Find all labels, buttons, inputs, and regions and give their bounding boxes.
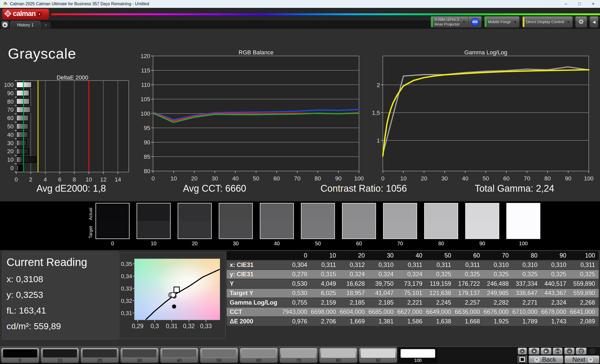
continuous-measure-button[interactable]: ∞	[564, 348, 575, 355]
svg-text:60: 60	[503, 175, 509, 182]
table-cell: 0,755	[282, 299, 311, 306]
swatch-target-80	[425, 221, 458, 238]
pattern-button-label: 100	[399, 358, 437, 363]
swatch-actual-target-30	[219, 203, 253, 239]
infinity-icon: ∞	[567, 348, 572, 354]
pattern-button-100[interactable]: 100	[399, 348, 437, 363]
table-cell: 2,221	[397, 299, 426, 306]
calman-menu-button[interactable]: calman ▼	[2, 9, 49, 20]
page-title: Grayscale	[8, 45, 76, 62]
pattern-button-10[interactable]: 10	[41, 348, 79, 363]
table-cell: 7943,000	[282, 309, 311, 316]
table-cell: 1,381	[368, 318, 397, 325]
minimize-button[interactable]: –	[559, 0, 573, 8]
svg-text:20: 20	[421, 175, 427, 182]
tab-history-1[interactable]: History 1	[10, 21, 41, 29]
table-header-cell: 60	[455, 252, 484, 259]
table-cell: 6710,000	[512, 309, 541, 316]
svg-text:110: 110	[141, 82, 150, 88]
grayscale-data-table: 0102030405060708090100x: CIE310,3040,311…	[227, 251, 599, 326]
run-session-button[interactable]: ▶	[1, 21, 9, 29]
table-cell: 0,325	[541, 271, 570, 278]
swatch-target-60	[343, 221, 375, 238]
meter-dropdown[interactable]: X-Rite i1Pro 3Rear Projector ▼ 600	[430, 16, 482, 28]
svg-text:20: 20	[191, 175, 197, 182]
reading-cdm2: cd/m²: 559,89	[7, 321, 118, 331]
pattern-swatch	[122, 349, 157, 358]
window-titlebar: Calman 2025 Calman Ultimate for Business…	[0, 0, 600, 8]
svg-text:95: 95	[144, 125, 150, 131]
pattern-button-90[interactable]: 90	[359, 348, 397, 363]
swatch-level-label: 90	[465, 241, 499, 247]
table-row-label: y: CIE31	[227, 271, 282, 278]
pattern-button-60[interactable]: 60	[240, 348, 278, 363]
pattern-button-0[interactable]: 0	[1, 348, 39, 363]
table-cell: 0,310	[541, 261, 570, 269]
svg-text:70: 70	[524, 175, 530, 182]
table-cell: 0,976	[282, 318, 311, 325]
svg-text:100: 100	[4, 82, 14, 88]
table-header-cell: 20	[340, 252, 368, 259]
pattern-button-40[interactable]: 40	[160, 348, 198, 363]
step-measure-button[interactable]	[553, 348, 563, 355]
svg-text:40: 40	[462, 175, 468, 182]
table-cell: 337,334	[512, 280, 541, 287]
pattern-button-80[interactable]: 80	[319, 348, 357, 363]
table-cell: 559,890	[570, 290, 599, 297]
table-cell: 0,324	[397, 271, 426, 278]
source-label: Mobile Forge	[488, 20, 511, 24]
meter-status-stripe	[431, 17, 433, 27]
pattern-button-50[interactable]: 50	[200, 348, 238, 363]
pattern-window-button[interactable]	[518, 355, 527, 363]
display-control-dropdown[interactable]: Direct Display Control ▼	[522, 16, 573, 28]
collapse-panel-button[interactable]: ◀	[590, 16, 598, 28]
settings-button[interactable]	[575, 16, 587, 28]
swatch-target-70	[384, 221, 417, 238]
back-button[interactable]: « Back	[529, 355, 563, 363]
pattern-swatch	[281, 349, 316, 358]
svg-text:100: 100	[584, 175, 593, 182]
refresh-measure-button[interactable]	[576, 348, 587, 355]
stop-measure-button[interactable]: ■	[529, 348, 540, 355]
table-cell: 0,310	[368, 261, 397, 269]
actual-row-label: Actual	[88, 205, 93, 223]
deltae-bar-60	[16, 115, 29, 121]
pattern-button-label: 80	[319, 358, 357, 363]
pattern-button-30[interactable]: 30	[120, 348, 159, 363]
swatch-level-label: 0	[96, 241, 130, 247]
svg-text:105: 105	[141, 96, 150, 103]
target-row-label: Target	[88, 223, 93, 241]
table-cell: 443,367	[541, 290, 570, 297]
table-header-cell: 40	[397, 252, 426, 259]
gamma-chart: 11,520102030405060708090100	[368, 51, 593, 183]
rgb-balance-svg: 8085909510010511011512001020304050607080…	[139, 51, 364, 182]
swatch-level-label: 50	[301, 241, 335, 247]
swatch-target-100	[507, 221, 540, 238]
maximize-button[interactable]: □	[573, 0, 586, 8]
table-cell: 179,137	[455, 290, 484, 297]
source-dropdown[interactable]: Mobile Forge ▼	[484, 16, 520, 28]
table-cell: 2,185	[340, 299, 368, 306]
table-row: CCT7943,0006698,0006604,0006685,0006627,…	[227, 308, 599, 316]
play-measure-button[interactable]: ▶	[541, 348, 552, 355]
back-chevron-icon: «	[534, 356, 540, 363]
stat-contrast-ratio: Contrast Ratio: 1056	[321, 183, 407, 194]
swatch-actual-target-10	[137, 203, 171, 239]
table-cell: 6604,000	[340, 309, 368, 316]
table-cell: 75,101	[397, 290, 426, 297]
table-cell: 1,925	[484, 318, 512, 325]
close-button[interactable]: ×	[586, 0, 600, 8]
meter-badge-segment: 600	[468, 16, 481, 27]
table-header-cell: 80	[512, 252, 541, 259]
pattern-window-raise-button[interactable]: ▲	[518, 348, 527, 355]
next-button[interactable]: Next »	[564, 355, 599, 363]
table-cell: 0,325	[426, 271, 455, 278]
pattern-button-20[interactable]: 20	[81, 348, 119, 363]
pattern-button-70[interactable]: 70	[279, 348, 318, 363]
swatch-actual-40	[260, 203, 293, 221]
add-tab-button[interactable]: +	[41, 22, 50, 28]
svg-text:100: 100	[354, 175, 364, 182]
svg-text:30: 30	[441, 175, 448, 182]
swatch-level-label: 70	[383, 241, 417, 247]
table-cell: 6685,000	[368, 309, 397, 316]
